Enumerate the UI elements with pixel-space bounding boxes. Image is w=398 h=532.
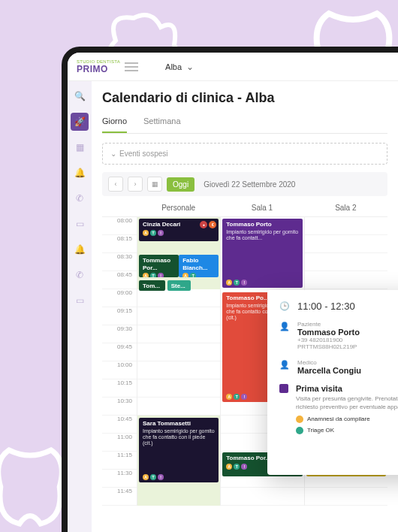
time-label: 09:45 — [102, 343, 137, 361]
clock-icon: 🕒 — [279, 301, 290, 312]
location-label: Alba — [165, 62, 182, 71]
column-header-sala2: Sala 2 — [304, 204, 387, 212]
patient-name: Tommaso Porto — [297, 328, 360, 337]
time-label: 08:00 — [102, 217, 137, 235]
time-label: 09:15 — [102, 307, 137, 325]
event-sara[interactable]: Sara Tommasetti Impianto semirigido per … — [139, 418, 219, 482]
event-title: Tommaso Porto — [226, 221, 298, 228]
time-label: 10:00 — [102, 361, 137, 379]
nav-rocket-icon[interactable]: 🚀 — [71, 113, 89, 131]
column-personale[interactable]: Cinzia Decari AT! ●€ Tommaso Por... AT! … — [137, 217, 220, 506]
tab-week[interactable]: Settimana — [143, 116, 181, 133]
view-tabs: Giorno Settimana — [102, 116, 387, 134]
time-label: 08:45 — [102, 271, 137, 289]
event-title: Ste... — [171, 283, 187, 290]
date-picker-button[interactable]: ▦ — [147, 177, 162, 192]
nav-search-icon[interactable]: 🔍 — [71, 87, 89, 105]
nav-phone2-icon[interactable]: ✆ — [71, 266, 89, 284]
event-tom-short[interactable]: Tom... — [139, 280, 165, 291]
column-header-sala1: Sala 1 — [220, 204, 303, 212]
sidenav: 🔍 🚀 ▦ 🔔 ✆ ▭ 🔔 ✆ ▭ — [68, 81, 92, 532]
event-detail-popover: 🕒 11:00 - 12:30 👤 Paziente Tommaso Porto… — [267, 290, 398, 475]
event-title: Tom... — [143, 283, 161, 290]
doctor-name: Marcella Congiu — [297, 366, 361, 375]
event-desc: Impianto semirigido per gomito che fa co… — [226, 229, 298, 242]
event-sala1-tommaso[interactable]: Tommaso Porto Impianto semirigido per go… — [222, 219, 302, 288]
calendar-header: Personale Sala 1 Sala 2 — [102, 204, 387, 217]
nav-bell-icon[interactable]: 🔔 — [71, 164, 89, 182]
event-ste[interactable]: Ste... — [167, 280, 191, 291]
time-label: 08:30 — [102, 253, 137, 271]
status-anamnesi: Anamnesi da compilare — [307, 416, 370, 422]
time-label: 11:00 — [102, 434, 137, 452]
time-label: 09:00 — [102, 289, 137, 307]
time-label: 09:30 — [102, 325, 137, 343]
nav-calendar-icon[interactable]: ▦ — [71, 138, 89, 156]
patient-label: Paziente — [297, 321, 360, 328]
event-fabio[interactable]: Fabio Bianch... AT — [179, 255, 219, 277]
time-column: 08:00 08:15 08:30 08:45 09:00 09:15 09:3… — [102, 217, 137, 506]
time-label: 10:15 — [102, 379, 137, 397]
visit-type-color — [279, 384, 288, 393]
time-label: 11:15 — [102, 452, 137, 470]
tab-day[interactable]: Giorno — [102, 116, 127, 133]
event-tommaso-p[interactable]: Tommaso Por... AT! — [139, 255, 179, 277]
page-title: Calendario di clinica - Alba — [102, 90, 387, 106]
visit-note: Visita per presunta gengivite. Prenotata… — [296, 395, 398, 412]
event-title: Tommaso Por... — [143, 257, 175, 271]
time-label: 11:30 — [102, 470, 137, 488]
time-label: 10:45 — [102, 416, 137, 434]
chevron-down-icon — [185, 62, 194, 72]
time-label: 10:30 — [102, 397, 137, 416]
status-triage: Triage OK — [307, 427, 334, 434]
menu-toggle-icon[interactable] — [125, 62, 138, 71]
nav-phone-icon[interactable]: ✆ — [71, 189, 89, 207]
patient-code: PRTTMS88H02L219P — [297, 343, 360, 350]
suspended-label: Eventi sospesi — [119, 150, 167, 158]
date-navigation: ‹ › ▦ Oggi Giovedì 22 Settembre 2020 — [102, 172, 387, 196]
suspended-events-zone[interactable]: ⌄ Eventi sospesi — [102, 143, 387, 165]
time-label: 08:15 — [102, 235, 137, 253]
visit-type: Prima visita — [296, 384, 398, 393]
person-icon: 👤 — [279, 359, 290, 375]
prev-day-button[interactable]: ‹ — [108, 177, 123, 192]
patient-phone: +39 4820181900 — [297, 337, 360, 343]
today-button[interactable]: Oggi — [167, 177, 194, 192]
person-icon: 👤 — [279, 321, 290, 350]
popover-time: 11:00 - 12:30 — [297, 301, 355, 312]
chevron-down-icon: ⌄ — [110, 150, 116, 158]
brand-logo[interactable]: STUDIO DENTISTA PRIMO — [77, 59, 120, 74]
event-cinzia[interactable]: Cinzia Decari AT! ●€ — [139, 219, 219, 241]
event-title: Fabio Bianch... — [182, 257, 215, 271]
event-title: Sara Tommasetti — [143, 420, 215, 428]
next-day-button[interactable]: › — [128, 177, 143, 192]
topbar: STUDIO DENTISTA PRIMO Alba — [68, 53, 398, 81]
nav-folder-icon[interactable]: ▭ — [71, 215, 89, 233]
device-frame: STUDIO DENTISTA PRIMO Alba 🔍 🚀 ▦ 🔔 ✆ ▭ 🔔… — [62, 47, 398, 532]
doctor-label: Medico — [297, 359, 361, 366]
column-header-personale: Personale — [137, 204, 220, 212]
time-label: 11:45 — [102, 488, 137, 506]
nav-card-icon[interactable]: ▭ — [71, 292, 89, 310]
event-desc: Impianto semirigido per gomito che fa co… — [143, 428, 215, 447]
location-select[interactable]: Alba — [165, 62, 194, 72]
nav-bell2-icon[interactable]: 🔔 — [71, 240, 89, 258]
current-date-label: Giovedì 22 Settembre 2020 — [204, 180, 295, 189]
